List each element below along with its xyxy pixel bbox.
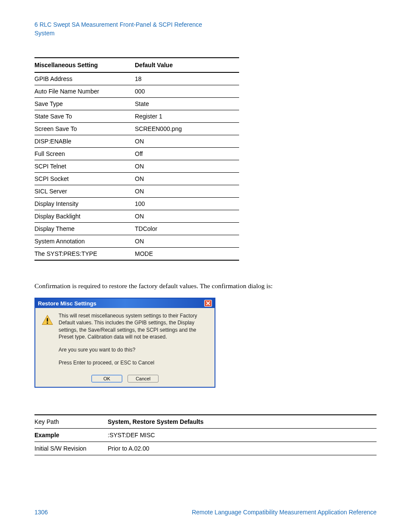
table-row: SCPI TelnetON: [34, 160, 239, 173]
dialog-title: Restore Misc Settings: [38, 300, 97, 307]
svg-point-2: [47, 323, 48, 324]
table-header-row: Miscellaneous Setting Default Value: [34, 58, 239, 72]
ref-value-cell: :SYST:DEF MISC: [108, 429, 377, 442]
table-row: DISP:ENABleON: [34, 135, 239, 148]
ref-value-cell: Prior to A.02.00: [108, 442, 377, 455]
value-cell: ON: [135, 185, 239, 198]
table-row: The SYST:PRES:TYPEMODE: [34, 248, 239, 261]
page-header: 6 RLC Swept SA Measurement Front-Panel &…: [34, 21, 377, 37]
setting-cell: The SYST:PRES:TYPE: [34, 248, 135, 261]
warning-icon: [41, 312, 53, 369]
table-row: Example:SYST:DEF MISC: [34, 429, 377, 442]
table-row: State Save ToRegister 1: [34, 110, 239, 123]
header-value: Default Value: [135, 58, 239, 72]
table-row: Screen Save ToSCREEN000.png: [34, 123, 239, 135]
value-cell: ON: [135, 173, 239, 185]
header-chapter-link[interactable]: 6 RLC Swept SA Measurement Front-Panel &…: [34, 21, 377, 29]
table-row: Display ThemeTDColor: [34, 223, 239, 235]
table-row: Auto File Name Number000: [34, 85, 239, 98]
ref-label-cell: Example: [34, 429, 108, 442]
value-cell: MODE: [135, 248, 239, 261]
setting-cell: System Annotation: [34, 235, 135, 248]
value-cell: 000: [135, 85, 239, 98]
setting-cell: Screen Save To: [34, 123, 135, 135]
value-cell: 100: [135, 198, 239, 210]
table-row: SICL ServerON: [34, 185, 239, 198]
setting-cell: Display Theme: [34, 223, 135, 235]
dialog-text-block: This will reset miscellaneous system set…: [59, 312, 209, 369]
close-button[interactable]: [204, 300, 212, 307]
setting-cell: State Save To: [34, 110, 135, 123]
value-cell: TDColor: [135, 223, 239, 235]
misc-settings-table: Miscellaneous Setting Default Value GPIB…: [34, 57, 239, 261]
value-cell: 18: [135, 72, 239, 85]
table-row: Full ScreenOff: [34, 148, 239, 160]
table-row: Display Intensity100: [34, 198, 239, 210]
header-section-link[interactable]: System: [34, 29, 377, 38]
value-cell: ON: [135, 210, 239, 223]
setting-cell: Save Type: [34, 98, 135, 110]
setting-cell: SCPI Telnet: [34, 160, 135, 173]
ref-label-cell: Initial S/W Revision: [34, 442, 108, 455]
setting-cell: Full Screen: [34, 148, 135, 160]
table-row: SCPI SocketON: [34, 173, 239, 185]
setting-cell: Display Intensity: [34, 198, 135, 210]
value-cell: ON: [135, 235, 239, 248]
table-row: Save TypeState: [34, 98, 239, 110]
setting-cell: GPIB Address: [34, 72, 135, 85]
table-row: Display BacklightON: [34, 210, 239, 223]
footer-title: Remote Language Compatibility Measuremen…: [192, 509, 377, 516]
value-cell: Register 1: [135, 110, 239, 123]
ref-label-cell: Key Path: [34, 415, 108, 429]
table-row: GPIB Address18: [34, 72, 239, 85]
setting-cell: SCPI Socket: [34, 173, 135, 185]
dialog-titlebar: Restore Misc Settings: [35, 299, 215, 308]
page-number: 1306: [34, 509, 48, 516]
value-cell: ON: [135, 160, 239, 173]
restore-misc-dialog: Restore Misc Settings This will reset mi…: [34, 298, 215, 388]
value-cell: SCREEN000.png: [135, 123, 239, 135]
dialog-button-row: OK Cancel: [35, 375, 215, 387]
reference-table: Key PathSystem, Restore System DefaultsE…: [34, 414, 377, 455]
svg-rect-1: [47, 318, 48, 322]
dialog-para-1: This will reset miscellaneous system set…: [59, 312, 209, 340]
setting-cell: Display Backlight: [34, 210, 135, 223]
setting-cell: DISP:ENABle: [34, 135, 135, 148]
confirmation-text: Confirmation is required to restore the …: [34, 282, 377, 290]
value-cell: Off: [135, 148, 239, 160]
header-setting: Miscellaneous Setting: [34, 58, 135, 72]
value-cell: State: [135, 98, 239, 110]
table-row: Initial S/W RevisionPrior to A.02.00: [34, 442, 377, 455]
value-cell: ON: [135, 135, 239, 148]
setting-cell: Auto File Name Number: [34, 85, 135, 98]
page-footer: 1306 Remote Language Compatibility Measu…: [34, 509, 377, 516]
dialog-para-2: Are you sure you want to do this?: [59, 346, 209, 353]
ok-button[interactable]: OK: [91, 375, 122, 383]
dialog-body: This will reset miscellaneous system set…: [35, 308, 215, 375]
close-icon: [206, 301, 210, 305]
dialog-para-3: Press Enter to proceed, or ESC to Cancel: [59, 359, 209, 366]
cancel-button[interactable]: Cancel: [128, 375, 159, 383]
table-row: Key PathSystem, Restore System Defaults: [34, 415, 377, 429]
setting-cell: SICL Server: [34, 185, 135, 198]
table-row: System AnnotationON: [34, 235, 239, 248]
ref-value-cell: System, Restore System Defaults: [108, 415, 377, 429]
